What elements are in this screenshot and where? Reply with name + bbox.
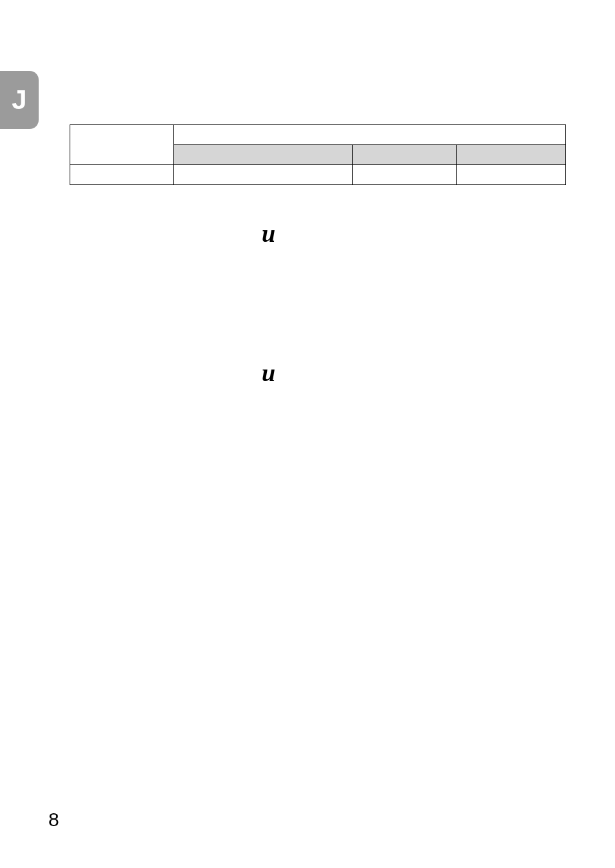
table-row	[70, 165, 566, 185]
instruction-glyph: u	[262, 359, 275, 387]
spec-table	[70, 124, 566, 185]
table-cell	[70, 125, 174, 165]
table-cell	[456, 145, 565, 165]
table-row	[70, 125, 566, 145]
table-cell	[353, 165, 456, 185]
table-cell	[174, 165, 353, 185]
table-cell	[353, 145, 456, 165]
table-cell	[70, 165, 174, 185]
table-cell	[174, 125, 566, 145]
page-number: 8	[48, 809, 59, 831]
table-cell	[174, 145, 353, 165]
table-cell	[456, 165, 565, 185]
section-tab-letter: J	[12, 84, 26, 115]
instruction-glyph: u	[262, 219, 275, 248]
section-tab: J	[0, 71, 39, 129]
spec-table-container	[70, 124, 566, 185]
